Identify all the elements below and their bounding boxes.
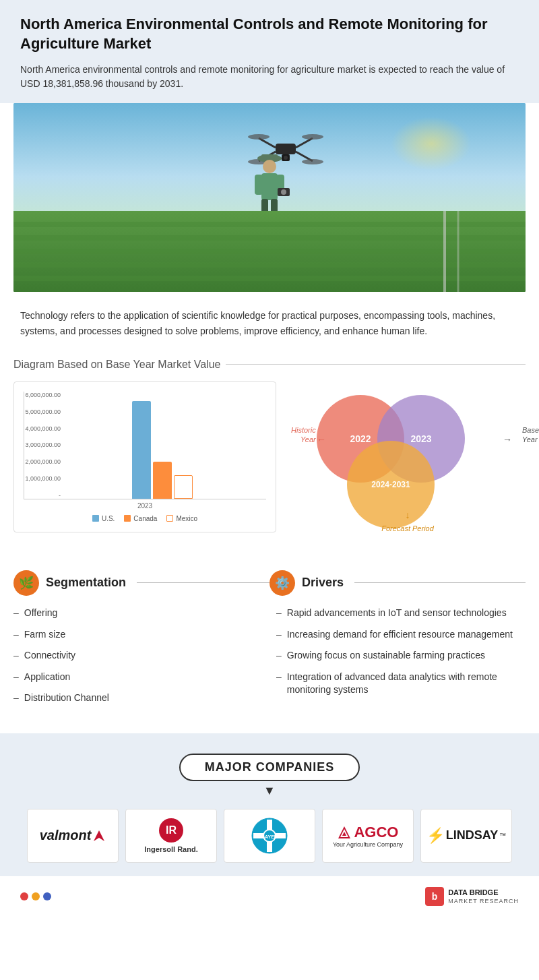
brand-logo-icon: b bbox=[425, 887, 444, 906]
drivers-title: Drivers bbox=[302, 576, 344, 590]
list-item: – Connectivity bbox=[13, 649, 263, 663]
venn-circle-forecast: 2024-2031 bbox=[347, 441, 435, 528]
legend-mexico: Mexico bbox=[166, 515, 197, 522]
list-item: – Application bbox=[13, 671, 263, 684]
svg-line-2 bbox=[296, 138, 313, 148]
ingersoll-name: Ingersoll Rand. bbox=[144, 845, 197, 853]
list-item: – Integration of advanced data analytics… bbox=[276, 671, 526, 697]
base-year-label: BaseYear bbox=[522, 425, 539, 445]
legend-dot-canada bbox=[124, 515, 131, 522]
lindsay-text: LINDSAY bbox=[446, 828, 498, 843]
svg-point-5 bbox=[248, 134, 270, 140]
list-item: – Increasing demand for efficient resour… bbox=[276, 628, 526, 642]
agco-text: AGCO bbox=[354, 824, 398, 841]
y-label-1: 1,000,000.00 bbox=[25, 475, 61, 482]
valmont-text: valmont bbox=[40, 828, 92, 843]
sun-glow bbox=[391, 117, 472, 171]
chart-area: 6,000,000.00 5,000,000.00 4,000,000.00 3… bbox=[24, 392, 266, 499]
agco-subtitle: Your Agriculture Company bbox=[333, 841, 403, 848]
body-text: Technology refers to the application of … bbox=[0, 292, 539, 352]
ir-circle: IR bbox=[159, 818, 183, 843]
footer-brand: b DATA BRIDGE MARKET RESEARCH bbox=[425, 887, 519, 906]
lindsay-logo: ⚡ LINDSAY ™ bbox=[420, 809, 512, 863]
dot-blue bbox=[43, 892, 51, 900]
bar-chart: 6,000,000.00 5,000,000.00 4,000,000.00 3… bbox=[13, 381, 276, 532]
legend-canada: Canada bbox=[124, 515, 157, 522]
brand-name: DATA BRIDGE bbox=[448, 888, 519, 897]
person-icon bbox=[249, 146, 290, 220]
segmentation-title: Segmentation bbox=[46, 576, 126, 590]
bar-mexico bbox=[174, 475, 193, 499]
list-item: – Growing focus on sustainable farming p… bbox=[276, 649, 526, 663]
dot-orange bbox=[32, 892, 40, 900]
agco-logo: AGCO Your Agriculture Company bbox=[322, 809, 414, 863]
ingersoll-rand-logo: IR Ingersoll Rand. bbox=[125, 809, 217, 863]
list-item: – Distribution Channel bbox=[13, 692, 263, 705]
y-label-5: 5,000,000.00 bbox=[25, 408, 61, 415]
brand-sub: MARKET RESEARCH bbox=[448, 898, 519, 905]
diagram-title: Diagram Based on Base Year Market Value bbox=[13, 359, 526, 371]
drivers-header: ⚙️ Drivers bbox=[270, 570, 526, 596]
y-axis: 6,000,000.00 5,000,000.00 4,000,000.00 3… bbox=[24, 392, 63, 499]
page-title: North America Environmental Controls and… bbox=[20, 15, 519, 53]
major-companies-badge-container: MAJOR COMPANIES bbox=[13, 754, 526, 781]
drivers-list: – Rapid advancements in IoT and sensor t… bbox=[276, 607, 526, 713]
y-label-4: 4,000,000.00 bbox=[25, 425, 61, 432]
legend-dot-mexico bbox=[166, 515, 173, 522]
bayer-logo-icon: BAYER bbox=[251, 817, 288, 855]
seg-drivers-body: – Offering – Farm size – Connectivity – … bbox=[13, 607, 526, 713]
hero-image bbox=[13, 103, 526, 292]
header-description: North America environmental controls and… bbox=[20, 63, 519, 91]
arrow-down-triangle: ▼ bbox=[13, 784, 526, 798]
footer-dots bbox=[20, 892, 51, 900]
legend-dot-us bbox=[92, 515, 99, 522]
chart-legend: U.S. Canada Mexico bbox=[24, 515, 266, 522]
hero-field bbox=[13, 213, 526, 293]
segmentation-icon: 🌿 bbox=[13, 570, 39, 596]
y-label-2: 2,000,000.00 bbox=[25, 458, 61, 465]
header: North America Environmental Controls and… bbox=[0, 0, 539, 103]
svg-point-8 bbox=[302, 159, 323, 164]
forecast-period-label: Forecast Period bbox=[381, 524, 434, 532]
valmont-logo: valmont bbox=[27, 809, 119, 863]
venn-diagram: 2022 2023 2024-2031 HistoricYear ← bbox=[290, 381, 526, 543]
historic-label: HistoricYear bbox=[291, 425, 316, 445]
list-item: – Farm size bbox=[13, 628, 263, 642]
svg-rect-14 bbox=[261, 173, 278, 200]
bar-group bbox=[65, 401, 259, 499]
agco-triangle-icon bbox=[337, 825, 352, 840]
legend-us: U.S. bbox=[92, 515, 115, 522]
diagram-section: Diagram Based on Base Year Market Value … bbox=[0, 352, 539, 557]
list-item: – Rapid advancements in IoT and sensor t… bbox=[276, 607, 526, 620]
bar-canada bbox=[153, 462, 172, 499]
seg-drivers-section: 🌿 Segmentation ⚙️ Drivers – Offering – F… bbox=[0, 557, 539, 727]
svg-point-13 bbox=[263, 160, 276, 173]
y-label-0: - bbox=[59, 492, 61, 499]
major-companies-section: MAJOR COMPANIES ▼ valmont IR Ingersoll R… bbox=[0, 733, 539, 876]
arrow-left-icon: ← bbox=[317, 434, 326, 445]
y-label-3: 3,000,000.00 bbox=[25, 441, 61, 448]
svg-rect-15 bbox=[255, 175, 263, 195]
arrow-right-icon: → bbox=[503, 434, 512, 445]
valmont-logo-icon bbox=[92, 829, 106, 843]
drivers-icon: ⚙️ bbox=[270, 570, 295, 596]
major-companies-badge: MAJOR COMPANIES bbox=[179, 754, 360, 781]
company-logos: valmont IR Ingersoll Rand. bbox=[13, 809, 526, 863]
footer: b DATA BRIDGE MARKET RESEARCH bbox=[0, 876, 539, 917]
svg-text:BAYER: BAYER bbox=[261, 834, 278, 839]
bar-us bbox=[132, 401, 151, 499]
seg-drivers-header: 🌿 Segmentation ⚙️ Drivers bbox=[13, 570, 526, 596]
dot-red bbox=[20, 892, 28, 900]
svg-point-6 bbox=[302, 134, 323, 140]
bayer-logo: BAYER bbox=[224, 809, 315, 863]
svg-marker-29 bbox=[94, 830, 104, 841]
svg-point-20 bbox=[281, 189, 286, 195]
diagram-content: 6,000,000.00 5,000,000.00 4,000,000.00 3… bbox=[13, 381, 526, 543]
arrow-down-icon: ↓ bbox=[406, 510, 410, 520]
segmentation-list: – Offering – Farm size – Connectivity – … bbox=[13, 607, 263, 713]
segmentation-header: 🌿 Segmentation bbox=[13, 570, 270, 596]
venn-wrapper: 2022 2023 2024-2031 HistoricYear ← bbox=[303, 381, 512, 537]
x-axis-label: 2023 bbox=[24, 502, 266, 510]
list-item: – Offering bbox=[13, 607, 263, 620]
lindsay-lightning: ⚡ bbox=[426, 827, 445, 845]
